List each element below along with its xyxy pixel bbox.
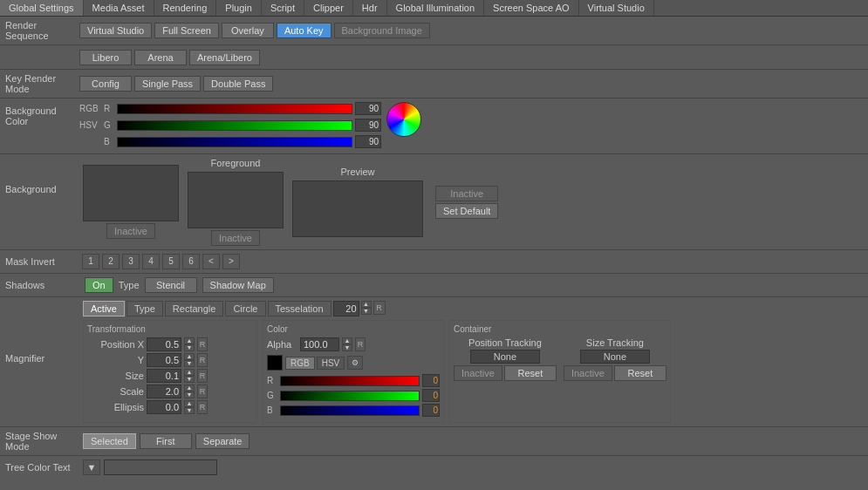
size-down[interactable]: ▼ (184, 376, 195, 383)
alpha-up[interactable]: ▲ (342, 337, 352, 344)
btn-config[interactable]: Config (79, 76, 132, 92)
btn-rgb-sm[interactable]: RGB (285, 357, 315, 370)
pos-x-up[interactable]: ▲ (184, 337, 195, 344)
btn-separate[interactable]: Separate (195, 433, 250, 449)
tree-icon-btn[interactable]: ▼ (83, 459, 100, 475)
tab-rectangle[interactable]: Rectangle (165, 301, 224, 316)
nav-plugin[interactable]: Plugin (216, 0, 262, 16)
background-color-sliders: RGB R HSV G B (79, 102, 381, 150)
tesselation-value[interactable] (333, 301, 359, 316)
btn-size-inactive[interactable]: Inactive (564, 365, 612, 381)
r-slider[interactable] (117, 104, 352, 114)
position-tracking-input[interactable] (470, 350, 540, 364)
nav-rendering[interactable]: Rendering (154, 0, 217, 16)
pos-y-down[interactable]: ▼ (184, 360, 195, 367)
b-slider[interactable] (117, 137, 352, 147)
mask-btn-3[interactable]: 3 (122, 254, 140, 269)
tab-circle[interactable]: Circle (225, 301, 265, 316)
alpha-down[interactable]: ▼ (342, 344, 352, 351)
ellipsis-reset[interactable]: R (197, 400, 208, 414)
mask-btn-5[interactable]: 5 (162, 254, 180, 269)
color-g-slider[interactable] (280, 391, 420, 401)
tab-type[interactable]: Type (126, 301, 163, 316)
position-tracking-col: Position Tracking Inactive Reset (454, 337, 557, 381)
btn-selected[interactable]: Selected (83, 433, 136, 449)
nav-virtual-studio[interactable]: Virtual Studio (579, 0, 654, 16)
size-input[interactable] (147, 369, 181, 383)
tess-reset-btn[interactable]: R (373, 301, 386, 315)
background-color-row: Background Color RGB R HSV G B (0, 99, 868, 154)
tess-spin-up[interactable]: ▲ (361, 301, 372, 308)
btn-single-pass[interactable]: Single Pass (134, 76, 201, 92)
stage-show-mode-row: Stage Show Mode Selected First Separate (0, 427, 868, 456)
btn-double-pass[interactable]: Double Pass (203, 76, 273, 92)
size-tracking-input[interactable] (580, 350, 650, 364)
pos-y-up[interactable]: ▲ (184, 353, 195, 360)
pos-x-reset[interactable]: R (197, 337, 208, 351)
shadows-shadow-map-btn[interactable]: Shadow Map (202, 277, 274, 293)
color-g-val: 0 (422, 389, 440, 402)
nav-global-illumination[interactable]: Global Illumination (387, 0, 485, 16)
scale-up[interactable]: ▲ (184, 385, 195, 391)
mask-btn-prev[interactable]: < (202, 254, 220, 269)
r-value[interactable] (355, 102, 381, 115)
color-picker-btn[interactable]: ⚙ (347, 356, 363, 370)
btn-auto-key[interactable]: Auto Key (277, 23, 331, 38)
color-b-slider[interactable] (280, 405, 420, 416)
btn-full-screen[interactable]: Full Screen (154, 23, 219, 38)
shadows-on-btn[interactable]: On (85, 277, 113, 293)
btn-libero[interactable]: Libero (79, 50, 132, 65)
nav-screen-space-ao[interactable]: Screen Space AO (484, 0, 578, 16)
btn-overlay[interactable]: Overlay (222, 23, 274, 38)
btn-foreground-inactive[interactable]: Inactive (211, 230, 260, 246)
pos-y-reset[interactable]: R (197, 353, 208, 367)
preview-block: Preview (292, 158, 423, 246)
btn-background-inactive[interactable]: Inactive (106, 223, 155, 239)
pos-y-input[interactable] (147, 353, 181, 367)
ellipsis-input[interactable] (147, 400, 181, 414)
color-r-slider[interactable] (280, 376, 420, 386)
magnifier-label: Magnifier (5, 301, 79, 423)
btn-preview-inactive[interactable]: Inactive (435, 186, 498, 201)
nav-clipper[interactable]: Clipper (304, 0, 353, 16)
nav-script[interactable]: Script (262, 0, 304, 16)
b-value[interactable] (355, 135, 381, 148)
alpha-input[interactable] (300, 337, 339, 351)
btn-hsv-sm[interactable]: HSV (317, 357, 345, 370)
alpha-reset[interactable]: R (355, 337, 366, 351)
btn-background-image[interactable]: Background Image (334, 23, 430, 38)
color-wheel[interactable] (386, 102, 421, 137)
ellipsis-down[interactable]: ▼ (184, 407, 195, 414)
g-slider[interactable] (117, 120, 352, 131)
size-up[interactable]: ▲ (184, 369, 195, 376)
nav-hdr[interactable]: Hdr (353, 0, 387, 16)
g-value[interactable] (355, 119, 381, 132)
mask-btn-4[interactable]: 4 (142, 254, 160, 269)
nav-global-settings[interactable]: Global Settings (0, 0, 84, 16)
tree-color-text-input[interactable] (104, 459, 217, 475)
mask-btn-1[interactable]: 1 (82, 254, 99, 269)
tab-tesselation[interactable]: Tesselation (268, 301, 331, 316)
scale-down[interactable]: ▼ (184, 391, 195, 398)
mask-btn-6[interactable]: 6 (182, 254, 200, 269)
nav-media-asset[interactable]: Media Asset (84, 0, 154, 16)
tess-spin-down[interactable]: ▼ (361, 308, 372, 315)
btn-virtual-studio[interactable]: Virtual Studio (79, 23, 152, 38)
scale-input[interactable] (147, 385, 181, 398)
pos-x-down[interactable]: ▼ (184, 344, 195, 351)
pos-x-input[interactable] (147, 337, 181, 351)
btn-size-reset[interactable]: Reset (614, 365, 666, 381)
tab-active[interactable]: Active (83, 301, 125, 316)
btn-first[interactable]: First (140, 433, 192, 449)
size-reset[interactable]: R (197, 369, 208, 383)
btn-arena-libero[interactable]: Arena/Libero (189, 50, 260, 65)
ellipsis-up[interactable]: ▲ (184, 400, 195, 407)
btn-set-default[interactable]: Set Default (435, 203, 498, 219)
btn-position-reset[interactable]: Reset (504, 365, 557, 381)
btn-arena[interactable]: Arena (134, 50, 187, 65)
scale-reset[interactable]: R (197, 385, 208, 398)
shadows-stencil-btn[interactable]: Stencil (145, 277, 197, 293)
mask-btn-2[interactable]: 2 (102, 254, 120, 269)
btn-position-inactive[interactable]: Inactive (454, 365, 502, 381)
mask-btn-next[interactable]: > (222, 254, 240, 269)
